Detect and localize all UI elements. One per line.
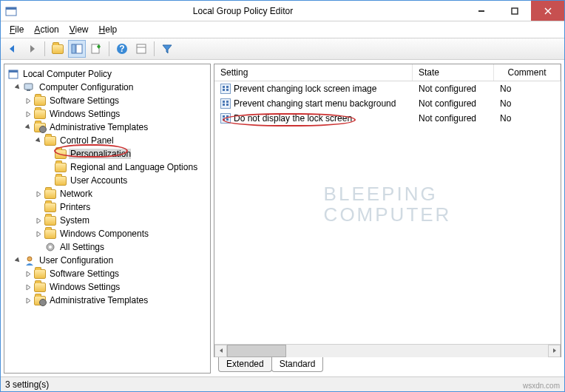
tree-computer-config[interactable]: Computer Configuration: [4, 81, 210, 94]
tree-control-panel[interactable]: Control Panel: [4, 134, 210, 147]
tree-windows-settings-2[interactable]: Windows Settings: [4, 280, 210, 294]
expander-icon[interactable]: [24, 296, 33, 305]
horizontal-scrollbar[interactable]: [214, 344, 561, 356]
scroll-left-button[interactable]: [214, 345, 227, 357]
tab-extended[interactable]: Extended: [218, 357, 272, 372]
menu-file[interactable]: File: [5, 23, 28, 36]
folder-icon: [34, 283, 46, 292]
svg-rect-11: [137, 44, 146, 53]
tree-root[interactable]: Local Computer Policy: [4, 67, 210, 81]
up-button[interactable]: [49, 40, 67, 58]
window: Local Group Policy Editor File Action Vi…: [0, 0, 565, 392]
expander-icon[interactable]: [34, 216, 43, 225]
tree-regional[interactable]: Regional and Language Options: [4, 160, 210, 174]
tree-network[interactable]: Network: [4, 187, 210, 200]
expander-icon[interactable]: [24, 269, 33, 278]
expander-icon[interactable]: [24, 123, 33, 132]
expander-icon[interactable]: [24, 109, 33, 118]
attribution-text: wsxdn.com: [523, 382, 560, 390]
user-icon: [24, 254, 35, 266]
svg-rect-7: [76, 44, 82, 53]
tree-pane[interactable]: Local Computer Policy Computer Configura…: [4, 64, 211, 374]
tree-system[interactable]: System: [4, 214, 210, 227]
folder-icon: [55, 176, 67, 186]
content-area: Local Computer Policy Computer Configura…: [1, 60, 564, 376]
folder-icon: [34, 96, 46, 106]
tree-personalization[interactable]: Personalization: [4, 147, 210, 160]
svg-point-18: [49, 246, 52, 249]
svg-rect-3: [512, 8, 518, 14]
svg-rect-15: [24, 84, 33, 89]
expander-icon[interactable]: [13, 83, 22, 92]
right-wrap: Setting State Comment BLEEPINGCOMPUTER P…: [214, 64, 561, 374]
help-button[interactable]: ?: [113, 40, 131, 58]
filter-button[interactable]: [158, 40, 176, 58]
tree-windows-settings[interactable]: Windows Settings: [4, 107, 210, 121]
minimize-button[interactable]: [464, 1, 498, 21]
policy-icon: [220, 98, 231, 109]
watermark: BLEEPINGCOMPUTER: [324, 183, 452, 226]
tree-admin-templates[interactable]: Administrative Templates: [4, 121, 210, 134]
export-button[interactable]: [87, 40, 105, 58]
menubar: File Action View Help: [1, 21, 564, 38]
menu-view[interactable]: View: [65, 23, 93, 36]
folder-icon: [44, 229, 56, 239]
svg-text:?: ?: [119, 44, 124, 54]
expander-icon[interactable]: [24, 283, 33, 291]
tab-standard[interactable]: Standard: [271, 357, 324, 372]
menu-action[interactable]: Action: [30, 23, 63, 36]
folder-gear-icon: [34, 123, 46, 132]
show-tree-button[interactable]: [68, 40, 86, 58]
policy-icon: [220, 113, 231, 124]
policy-icon: [220, 84, 231, 94]
folder-icon: [44, 216, 56, 226]
expander-icon[interactable]: [34, 229, 43, 238]
properties-button[interactable]: [132, 40, 150, 58]
col-comment[interactable]: Comment: [494, 64, 561, 81]
folder-icon: [44, 136, 56, 146]
tree-all-settings[interactable]: All Settings: [4, 240, 210, 254]
toolbar: ?: [1, 38, 564, 60]
col-state[interactable]: State: [413, 64, 494, 81]
setting-row[interactable]: Prevent changing lock screen image Not c…: [214, 81, 561, 96]
settings-pane: Setting State Comment BLEEPINGCOMPUTER P…: [214, 64, 561, 357]
scroll-right-button[interactable]: [548, 345, 561, 357]
forward-button[interactable]: [23, 40, 41, 58]
close-button[interactable]: [531, 1, 564, 21]
tree-printers[interactable]: Printers: [4, 200, 210, 214]
expander-icon[interactable]: [34, 136, 43, 145]
expander-icon[interactable]: [24, 96, 33, 105]
setting-row[interactable]: Prevent changing start menu background N…: [214, 96, 561, 111]
titlebar: Local Group Policy Editor: [1, 1, 564, 21]
tree-windows-components[interactable]: Windows Components: [4, 227, 210, 240]
tree-software-settings[interactable]: Software Settings: [4, 94, 210, 107]
grid-body[interactable]: BLEEPINGCOMPUTER Prevent changing lock s…: [214, 81, 561, 344]
folder-gear-icon: [34, 296, 46, 305]
computer-icon: [24, 81, 35, 93]
tree-software-settings-2[interactable]: Software Settings: [4, 267, 210, 280]
setting-row[interactable]: Do not display the lock screen Not confi…: [214, 111, 561, 126]
folder-icon: [44, 189, 56, 199]
back-button[interactable]: [4, 40, 21, 58]
svg-rect-6: [72, 44, 75, 53]
window-title: Local Group Policy Editor: [21, 6, 464, 16]
scroll-thumb[interactable]: [227, 345, 286, 357]
tree-user-config[interactable]: User Configuration: [4, 254, 210, 267]
svg-rect-1: [6, 7, 16, 10]
svg-point-19: [27, 257, 32, 261]
scroll-track[interactable]: [227, 345, 548, 357]
svg-rect-14: [9, 70, 18, 72]
statusbar: 3 setting(s): [1, 376, 564, 391]
tree-user-accounts[interactable]: User Accounts: [4, 174, 210, 187]
expander-icon[interactable]: [13, 256, 22, 265]
col-setting[interactable]: Setting: [214, 64, 413, 81]
tree-admin-templates-2[interactable]: Administrative Templates: [4, 294, 210, 307]
settings-icon: [44, 241, 56, 253]
policy-root-icon: [7, 68, 19, 80]
folder-icon: [34, 269, 46, 279]
maximize-button[interactable]: [498, 1, 531, 21]
folder-icon: [55, 163, 67, 172]
menu-help[interactable]: Help: [95, 23, 122, 36]
expander-icon[interactable]: [34, 189, 43, 198]
folder-icon: [55, 149, 67, 159]
